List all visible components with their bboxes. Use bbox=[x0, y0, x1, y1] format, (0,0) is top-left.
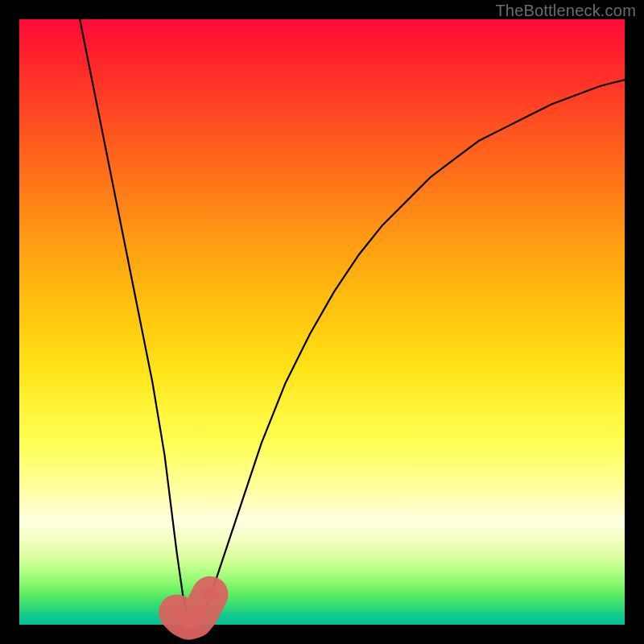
watermark-label: TheBottleneck.com bbox=[495, 2, 636, 20]
chart-svg bbox=[19, 19, 625, 625]
chart-plot-area bbox=[19, 19, 625, 625]
marker-dot-4 bbox=[194, 605, 208, 620]
marker-dot-5 bbox=[203, 587, 217, 601]
curve-bottleneck-curve bbox=[80, 19, 625, 621]
chart-frame: TheBottleneck.com bbox=[0, 0, 644, 644]
